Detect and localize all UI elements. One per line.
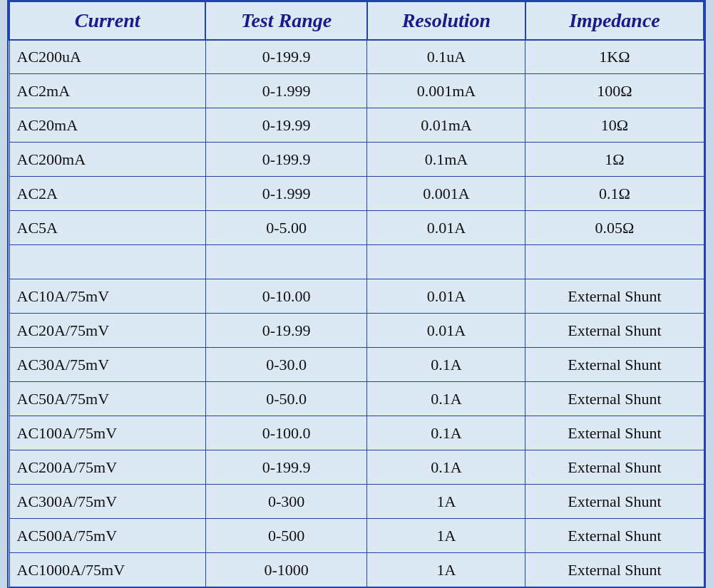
table-row: AC20mA0-19.990.01mA10Ω — [9, 108, 704, 143]
cell-resolution: 1A — [367, 519, 525, 553]
cell-range: 0-10.00 — [205, 279, 367, 314]
cell-resolution: 1A — [367, 553, 525, 587]
cell-resolution: 0.1mA — [367, 143, 525, 177]
cell-range: 0-1.999 — [205, 177, 367, 211]
cell-range: 0-1000 — [205, 553, 367, 587]
cell-resolution: 0.01mA — [367, 108, 525, 143]
cell-range: 0-199.9 — [205, 450, 367, 485]
cell-current: AC200mA — [9, 143, 205, 177]
cell-resolution: 1A — [367, 485, 525, 519]
header-impedance: Impedance — [525, 1, 704, 40]
table-row: AC5A0-5.000.01A0.05Ω — [9, 211, 704, 245]
cell-range: 0-19.99 — [205, 314, 367, 348]
header-resolution: Resolution — [367, 1, 525, 40]
header-test-range: Test Range — [205, 1, 367, 40]
table-row: AC30A/75mV0-30.00.1AExternal Shunt — [9, 348, 704, 382]
table-row: AC100A/75mV0-100.00.1AExternal Shunt — [9, 416, 704, 450]
cell-current: AC200uA — [9, 40, 205, 74]
cell-current — [9, 245, 205, 279]
cell-impedance: External Shunt — [525, 553, 704, 587]
cell-range: 0-5.00 — [205, 211, 367, 245]
cell-impedance: External Shunt — [525, 450, 704, 485]
table-row: AC10A/75mV0-10.000.01AExternal Shunt — [9, 279, 704, 314]
cell-current: AC2A — [9, 177, 205, 211]
cell-impedance: External Shunt — [525, 279, 704, 314]
table-row — [9, 245, 704, 279]
table-row: AC500A/75mV0-5001AExternal Shunt — [9, 519, 704, 553]
table-row: AC2A0-1.9990.001A0.1Ω — [9, 177, 704, 211]
cell-current: AC300A/75mV — [9, 485, 205, 519]
cell-impedance: External Shunt — [525, 485, 704, 519]
cell-current: AC5A — [9, 211, 205, 245]
cell-range: 0-30.0 — [205, 348, 367, 382]
cell-current: AC200A/75mV — [9, 450, 205, 485]
header-row: Current Test Range Resolution Impedance — [9, 1, 704, 40]
cell-range: 0-300 — [205, 485, 367, 519]
cell-resolution: 0.001mA — [367, 74, 525, 108]
cell-current: AC20A/75mV — [9, 314, 205, 348]
cell-impedance: 1KΩ — [525, 40, 704, 74]
cell-resolution: 0.1A — [367, 348, 525, 382]
table-row: AC300A/75mV0-3001AExternal Shunt — [9, 485, 704, 519]
cell-resolution — [367, 245, 525, 279]
header-current: Current — [9, 1, 205, 40]
cell-current: AC500A/75mV — [9, 519, 205, 553]
table-row: AC200A/75mV0-199.90.1AExternal Shunt — [9, 450, 704, 485]
cell-current: AC10A/75mV — [9, 279, 205, 314]
table-row: AC200mA0-199.90.1mA1Ω — [9, 143, 704, 177]
cell-impedance: External Shunt — [525, 314, 704, 348]
cell-current: AC30A/75mV — [9, 348, 205, 382]
cell-impedance: 0.05Ω — [525, 211, 704, 245]
table-row: AC20A/75mV0-19.990.01AExternal Shunt — [9, 314, 704, 348]
cell-resolution: 0.1A — [367, 450, 525, 485]
cell-current: AC20mA — [9, 108, 205, 143]
cell-range: 0-500 — [205, 519, 367, 553]
cell-range: 0-199.9 — [205, 40, 367, 74]
table-row: AC2mA0-1.9990.001mA100Ω — [9, 74, 704, 108]
cell-range: 0-100.0 — [205, 416, 367, 450]
cell-range: 0-19.99 — [205, 108, 367, 143]
table-row: AC200uA0-199.90.1uA1KΩ — [9, 40, 704, 74]
cell-current: AC1000A/75mV — [9, 553, 205, 587]
main-table-wrapper: Current Test Range Resolution Impedance … — [7, 0, 706, 588]
cell-resolution: 0.1A — [367, 382, 525, 416]
cell-current: AC50A/75mV — [9, 382, 205, 416]
cell-impedance: External Shunt — [525, 519, 704, 553]
cell-range — [205, 245, 367, 279]
specifications-table: Current Test Range Resolution Impedance … — [9, 1, 704, 588]
cell-impedance: External Shunt — [525, 416, 704, 450]
cell-impedance: 1Ω — [525, 143, 704, 177]
cell-resolution: 0.1A — [367, 416, 525, 450]
cell-current: AC2mA — [9, 74, 205, 108]
cell-range: 0-50.0 — [205, 382, 367, 416]
cell-resolution: 0.01A — [367, 314, 525, 348]
cell-impedance — [525, 245, 704, 279]
table-row: AC50A/75mV0-50.00.1AExternal Shunt — [9, 382, 704, 416]
cell-current: AC100A/75mV — [9, 416, 205, 450]
cell-range: 0-1.999 — [205, 74, 367, 108]
cell-resolution: 0.01A — [367, 279, 525, 314]
cell-impedance: 0.1Ω — [525, 177, 704, 211]
cell-resolution: 0.01A — [367, 211, 525, 245]
cell-range: 0-199.9 — [205, 143, 367, 177]
table-row: AC1000A/75mV0-10001AExternal Shunt — [9, 553, 704, 587]
cell-impedance: External Shunt — [525, 382, 704, 416]
cell-impedance: 100Ω — [525, 74, 704, 108]
cell-impedance: 10Ω — [525, 108, 704, 143]
cell-impedance: External Shunt — [525, 348, 704, 382]
cell-resolution: 0.1uA — [367, 40, 525, 74]
cell-resolution: 0.001A — [367, 177, 525, 211]
